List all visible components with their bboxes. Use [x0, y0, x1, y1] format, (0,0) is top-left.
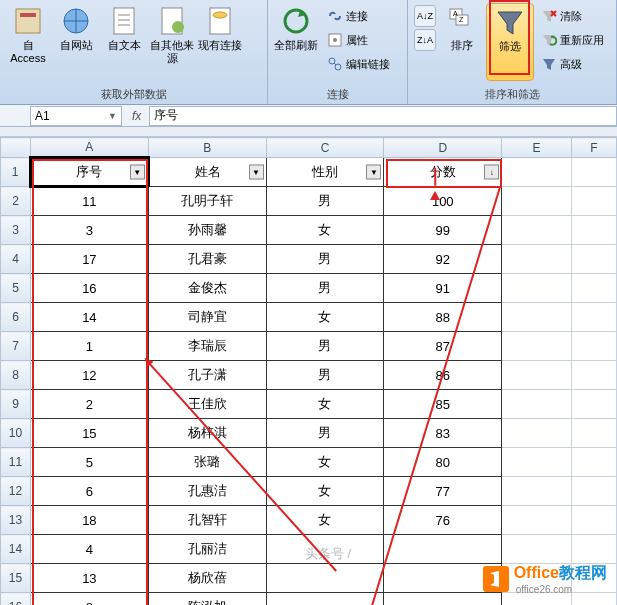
cell[interactable]: 18 [30, 506, 148, 535]
cell[interactable]: 17 [30, 245, 148, 274]
cell[interactable] [572, 158, 617, 187]
name-box[interactable]: ▼ [30, 106, 122, 126]
cell[interactable]: 杨梓淇 [148, 419, 266, 448]
connections-button[interactable]: 连接 [323, 5, 394, 27]
cell[interactable]: 序号▼ [30, 158, 148, 187]
cell[interactable] [502, 390, 572, 419]
cell[interactable]: 张璐 [148, 448, 266, 477]
row-header[interactable]: 13 [1, 506, 31, 535]
cell[interactable]: 男 [266, 274, 384, 303]
from-text-button[interactable]: 自文本 [100, 3, 148, 81]
cell[interactable] [572, 390, 617, 419]
cell[interactable]: 姓名▼ [148, 158, 266, 187]
cell[interactable]: 司静宜 [148, 303, 266, 332]
cell[interactable]: 女 [266, 477, 384, 506]
cell[interactable] [572, 332, 617, 361]
cell[interactable] [572, 448, 617, 477]
cell[interactable]: 分数↓ [384, 158, 502, 187]
cell[interactable] [384, 535, 502, 564]
row-header[interactable]: 8 [1, 361, 31, 390]
cell[interactable]: 2 [30, 390, 148, 419]
cell[interactable]: 16 [30, 274, 148, 303]
properties-button[interactable]: 属性 [323, 29, 394, 51]
cell[interactable] [502, 216, 572, 245]
row-header[interactable]: 10 [1, 419, 31, 448]
col-header-b[interactable]: B [148, 138, 266, 158]
existing-connections-button[interactable]: 现有连接 [196, 3, 244, 81]
row-header[interactable]: 2 [1, 187, 31, 216]
cell[interactable]: 女 [266, 303, 384, 332]
row-header[interactable]: 15 [1, 564, 31, 593]
cell[interactable]: 女 [266, 216, 384, 245]
cell[interactable]: 孔子潇 [148, 361, 266, 390]
cell[interactable] [502, 477, 572, 506]
cell[interactable] [502, 274, 572, 303]
cell[interactable]: 男 [266, 419, 384, 448]
cell[interactable]: 孔君豪 [148, 245, 266, 274]
cell[interactable]: 13 [30, 564, 148, 593]
cell[interactable] [572, 245, 617, 274]
reapply-button[interactable]: 重新应用 [537, 29, 608, 51]
row-header[interactable]: 4 [1, 245, 31, 274]
row-header[interactable]: 16 [1, 593, 31, 606]
cell[interactable] [502, 535, 572, 564]
cell[interactable]: 12 [30, 361, 148, 390]
row-header[interactable]: 12 [1, 477, 31, 506]
cell[interactable] [266, 593, 384, 606]
cell[interactable] [502, 158, 572, 187]
cell[interactable]: 14 [30, 303, 148, 332]
cell[interactable]: 3 [30, 216, 148, 245]
row-header[interactable]: 1 [1, 158, 31, 187]
cell[interactable]: 男 [266, 187, 384, 216]
cell[interactable]: 76 [384, 506, 502, 535]
cell[interactable] [572, 477, 617, 506]
cell[interactable]: 王佳欣 [148, 390, 266, 419]
cell[interactable] [502, 506, 572, 535]
cell[interactable]: 孙雨馨 [148, 216, 266, 245]
cell[interactable] [572, 216, 617, 245]
formula-bar[interactable]: 序号 [149, 106, 617, 126]
filter-dropdown-icon[interactable]: ▼ [249, 165, 264, 180]
name-box-input[interactable] [35, 109, 95, 123]
cell[interactable]: 85 [384, 390, 502, 419]
row-header[interactable]: 11 [1, 448, 31, 477]
name-box-dropdown-icon[interactable]: ▼ [108, 111, 117, 121]
from-other-button[interactable]: 自其他来源 [148, 3, 196, 81]
cell[interactable]: 5 [30, 448, 148, 477]
cell[interactable]: 性别▼ [266, 158, 384, 187]
cell[interactable]: 女 [266, 448, 384, 477]
cell[interactable]: 100 [384, 187, 502, 216]
cell[interactable]: 孔明子轩 [148, 187, 266, 216]
cell[interactable] [572, 187, 617, 216]
row-header[interactable]: 6 [1, 303, 31, 332]
cell[interactable]: 86 [384, 361, 502, 390]
fx-icon[interactable]: fx [132, 109, 141, 123]
row-header[interactable]: 9 [1, 390, 31, 419]
cell[interactable]: 80 [384, 448, 502, 477]
cell[interactable]: 孔惠洁 [148, 477, 266, 506]
sort-desc-button[interactable]: Z↓A [414, 29, 436, 51]
cell[interactable] [502, 332, 572, 361]
edit-links-button[interactable]: 编辑链接 [323, 53, 394, 75]
cell[interactable]: 8 [30, 593, 148, 606]
cell[interactable] [572, 361, 617, 390]
col-header-d[interactable]: D [384, 138, 502, 158]
cell[interactable]: 杨欣蓓 [148, 564, 266, 593]
cell[interactable] [502, 419, 572, 448]
cell[interactable]: 15 [30, 419, 148, 448]
cell[interactable]: 11 [30, 187, 148, 216]
cell[interactable] [572, 419, 617, 448]
filter-dropdown-icon[interactable]: ↓ [484, 165, 499, 180]
cell[interactable]: 孔丽洁 [148, 535, 266, 564]
cell[interactable]: 99 [384, 216, 502, 245]
cell[interactable]: 金俊杰 [148, 274, 266, 303]
row-header[interactable]: 3 [1, 216, 31, 245]
col-header-f[interactable]: F [572, 138, 617, 158]
cell[interactable]: 陈泓旭 [148, 593, 266, 606]
cell[interactable]: 87 [384, 332, 502, 361]
cell[interactable]: 男 [266, 332, 384, 361]
from-web-button[interactable]: 自网站 [52, 3, 100, 81]
row-header[interactable]: 14 [1, 535, 31, 564]
filter-dropdown-icon[interactable]: ▼ [130, 165, 145, 180]
cell[interactable]: 77 [384, 477, 502, 506]
